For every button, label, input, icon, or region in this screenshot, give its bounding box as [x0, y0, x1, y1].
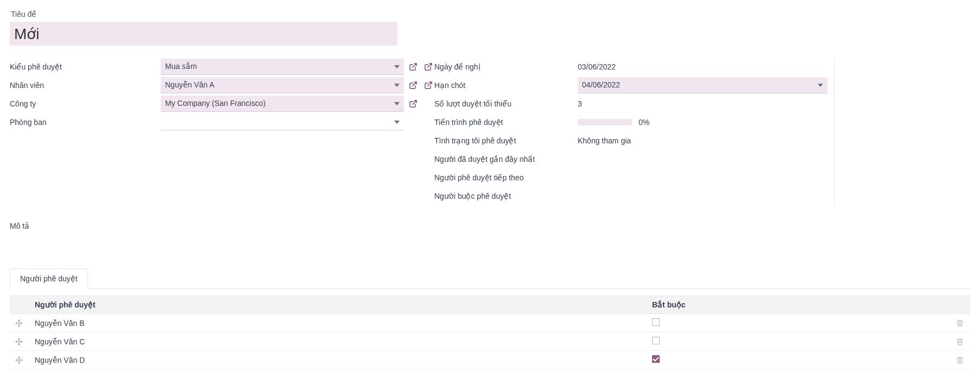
title-label: Tiêu đề [10, 10, 970, 18]
svg-line-2 [413, 100, 416, 104]
company-label: Công ty [10, 96, 161, 111]
required-checkbox[interactable] [652, 318, 660, 326]
table-row[interactable]: Nguyễn Văn C [10, 332, 970, 351]
approver-name: Nguyễn Văn C [29, 332, 647, 351]
required-checkbox[interactable] [652, 337, 660, 344]
approver-table: Người phê duyệt Bắt buộc Nguyễn Văn BNgu… [10, 295, 970, 369]
svg-line-3 [428, 64, 432, 67]
approval-type-select[interactable]: Mua sắm [161, 59, 404, 75]
approver-name: Nguyễn Văn B [29, 314, 647, 332]
left-column: Kiểu phê duyệt Mua sắm Nhân viên Nguyễn … [10, 58, 422, 205]
table-row[interactable]: Nguyễn Văn D [10, 351, 970, 369]
next-approver-label: Người phê duyệt tiếp theo [434, 173, 574, 182]
employee-select[interactable]: Nguyễn Văn A [161, 77, 404, 93]
external-link-icon[interactable] [406, 81, 420, 90]
next-approver-value [574, 175, 827, 180]
trash-icon[interactable] [956, 338, 965, 345]
progress-percent: 0% [638, 118, 649, 127]
forced-approver-label: Người buộc phê duyệt [434, 192, 574, 200]
request-date-label: Ngày đề nghị [434, 62, 574, 71]
deadline-label: Hạn chót [434, 81, 574, 90]
svg-line-4 [428, 82, 432, 86]
external-link-icon[interactable] [422, 81, 434, 90]
min-approvals-value: 3 [574, 97, 827, 110]
forced-approver-value [574, 194, 827, 198]
last-approver-value [574, 157, 827, 161]
my-status-value: Không tham gia [574, 134, 827, 147]
svg-line-0 [413, 64, 416, 67]
tab-approvers[interactable]: Người phê duyệt [10, 268, 88, 289]
right-column: Ngày đề nghị 03/06/2022 Hạn chót 04/06/2… [422, 58, 834, 205]
description-label: Mô tả [10, 222, 970, 230]
external-link-icon[interactable] [406, 99, 420, 108]
trash-icon[interactable] [956, 356, 965, 364]
external-link-icon[interactable] [422, 62, 434, 71]
external-link-icon[interactable] [406, 62, 420, 71]
svg-line-1 [413, 82, 416, 86]
tab-bar: Người phê duyệt [10, 268, 970, 289]
company-select[interactable]: My Company (San Francisco) [161, 96, 404, 112]
drag-handle-icon[interactable] [15, 319, 24, 327]
table-row[interactable]: Nguyễn Văn B [10, 314, 970, 332]
title-input[interactable] [10, 22, 397, 46]
progress-bar [578, 119, 632, 125]
col-header-approver: Người phê duyệt [29, 296, 647, 314]
approval-type-label: Kiểu phê duyệt [10, 59, 161, 74]
department-select[interactable] [161, 114, 404, 130]
drag-handle-icon[interactable] [15, 356, 24, 364]
last-approver-label: Người đã duyệt gần đây nhất [434, 155, 574, 163]
min-approvals-label: Số lượt duyệt tối thiểu [434, 99, 574, 108]
required-checkbox[interactable] [652, 355, 660, 363]
approver-name: Nguyễn Văn D [29, 351, 647, 369]
department-label: Phòng ban [10, 115, 161, 130]
col-header-required: Bắt buộc [647, 296, 951, 314]
trash-icon[interactable] [956, 319, 965, 327]
my-status-label: Tình trạng tôi phê duyệt [434, 136, 574, 145]
request-date-value: 03/06/2022 [574, 60, 827, 73]
employee-label: Nhân viên [10, 78, 161, 93]
progress-label: Tiến trình phê duyệt [434, 118, 574, 127]
drag-handle-icon[interactable] [15, 338, 24, 345]
deadline-select[interactable]: 04/06/2022 [578, 77, 827, 93]
